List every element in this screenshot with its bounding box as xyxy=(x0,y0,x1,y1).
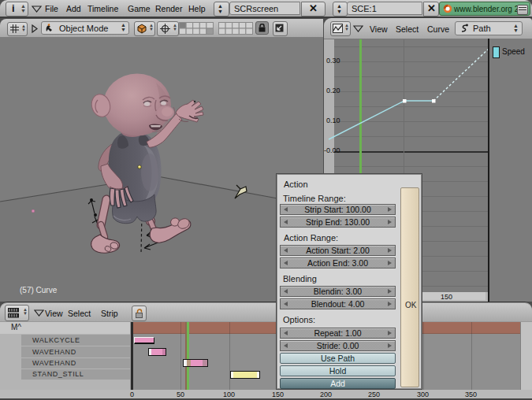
svg-text:(57) Curve: (57) Curve xyxy=(20,286,58,294)
